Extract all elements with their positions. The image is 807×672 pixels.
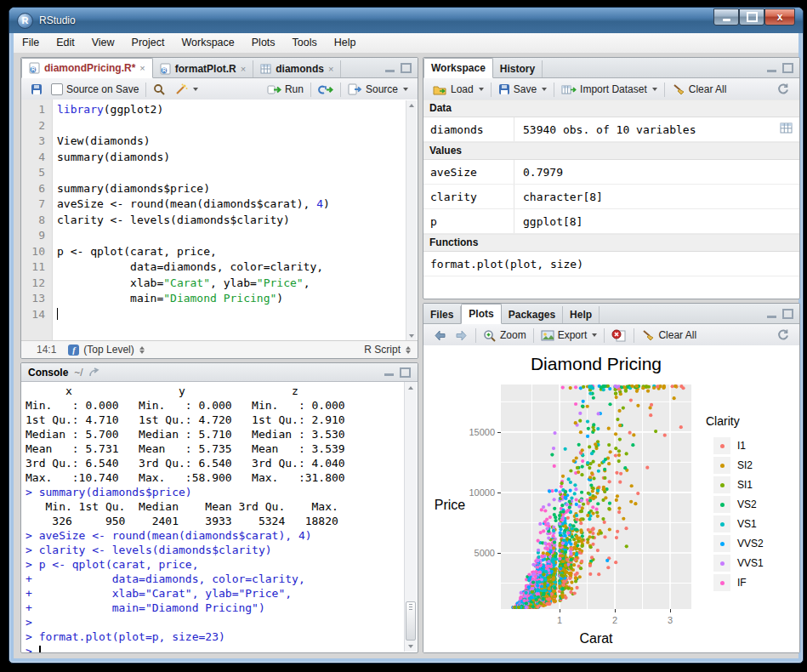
object-value: format.plot(plot, size) bbox=[423, 258, 583, 271]
scatter-points bbox=[501, 384, 691, 609]
clear-all-button[interactable]: Clear All bbox=[668, 82, 731, 97]
minimize-pane-icon[interactable] bbox=[767, 316, 776, 318]
maximize-pane-icon[interactable] bbox=[782, 309, 793, 319]
source-on-save-toggle[interactable]: Source on Save bbox=[47, 82, 143, 97]
pane-window-buttons bbox=[767, 309, 793, 319]
menu-tools[interactable]: Tools bbox=[284, 33, 326, 53]
legend-label: VVS1 bbox=[737, 557, 764, 569]
scope-selector[interactable]: (Top Level) bbox=[83, 344, 134, 356]
window-titlebar[interactable]: R RStudio x bbox=[9, 8, 803, 33]
doctype-updown-icon bbox=[406, 346, 411, 354]
zoom-plot-button[interactable]: Zoom bbox=[479, 327, 531, 344]
scroll-up-arrow[interactable] bbox=[405, 383, 417, 392]
load-workspace-button[interactable]: Load bbox=[429, 82, 488, 97]
minimize-button[interactable] bbox=[713, 9, 739, 26]
object-value: 0.7979 bbox=[514, 166, 563, 179]
save-workspace-button[interactable]: Save bbox=[494, 82, 551, 97]
code-tools-button[interactable] bbox=[170, 82, 202, 98]
tab-packages[interactable]: Packages bbox=[502, 306, 563, 323]
view-data-button[interactable] bbox=[780, 122, 793, 134]
legend-dot-icon bbox=[720, 503, 725, 507]
scroll-up-arrow[interactable] bbox=[406, 100, 417, 110]
menu-help[interactable]: Help bbox=[326, 33, 365, 53]
x-tick-label: 1 bbox=[551, 615, 568, 625]
workspace-object-row[interactable]: aveSize0.7979 bbox=[423, 160, 799, 185]
code-editor[interactable]: 1library(ggplot2)23View(diamonds)4summar… bbox=[21, 100, 418, 341]
console-pane: Console ~/ x y zMin. : 0.000 Min. : 0.00… bbox=[20, 362, 418, 653]
next-plot-button[interactable] bbox=[451, 328, 473, 343]
rerun-button[interactable] bbox=[314, 83, 338, 97]
toolbar-separator bbox=[340, 83, 341, 97]
run-button[interactable]: Run bbox=[263, 82, 308, 97]
refresh-button[interactable] bbox=[772, 81, 794, 98]
console-output-line: 326 950 2401 3933 5324 18820 bbox=[26, 514, 404, 528]
clear-all-plots-button[interactable]: Clear All bbox=[637, 327, 701, 343]
zoom-label: Zoom bbox=[500, 329, 526, 341]
previous-plot-button[interactable] bbox=[429, 328, 451, 343]
maximize-pane-icon[interactable] bbox=[401, 63, 412, 73]
legend-label: SI2 bbox=[737, 459, 753, 471]
minimize-pane-icon[interactable] bbox=[384, 373, 394, 376]
tab-help[interactable]: Help bbox=[563, 306, 600, 323]
console-input-line: + xlab="Carat", ylab="Price", bbox=[26, 586, 404, 601]
import-dataset-button[interactable]: Import Dataset bbox=[557, 82, 662, 97]
workspace-object-row[interactable]: format.plot(plot, size) bbox=[423, 252, 799, 276]
minimize-pane-icon[interactable] bbox=[385, 70, 395, 72]
refresh-plot-button[interactable] bbox=[772, 327, 794, 344]
legend-label: IF bbox=[737, 577, 747, 589]
tab-diamondpricing-r-[interactable]: RdiamondPricing.R*× bbox=[21, 58, 153, 78]
doc-type-selector[interactable]: R Script bbox=[364, 344, 401, 356]
scrollbar-thumb[interactable] bbox=[406, 601, 416, 641]
object-value: ggplot[8] bbox=[514, 215, 583, 228]
export-plot-button[interactable]: Export bbox=[537, 327, 602, 343]
menu-edit[interactable]: Edit bbox=[48, 33, 83, 53]
close-tab-icon[interactable]: × bbox=[139, 63, 145, 73]
menu-plots[interactable]: Plots bbox=[243, 33, 284, 53]
maximize-pane-icon[interactable] bbox=[400, 367, 411, 378]
tab-files[interactable]: Files bbox=[423, 306, 461, 323]
source-button[interactable]: Source bbox=[344, 82, 412, 97]
close-tab-icon[interactable]: × bbox=[328, 64, 333, 74]
console-scrollbar[interactable] bbox=[404, 382, 417, 652]
workspace-object-row[interactable]: pggplot[8] bbox=[423, 209, 799, 234]
legend-entry-si2: SI2 bbox=[713, 457, 753, 474]
tab-workspace[interactable]: Workspace bbox=[423, 58, 493, 78]
save-icon bbox=[498, 83, 510, 95]
x-tick-mark bbox=[615, 609, 616, 612]
find-replace-button[interactable] bbox=[149, 82, 170, 98]
line-number: 5 bbox=[21, 165, 52, 181]
maximize-icon bbox=[747, 12, 758, 22]
close-tab-icon[interactable]: × bbox=[241, 64, 246, 74]
console-output[interactable]: x y zMin. : 0.000 Min. : 0.000 Min. : 0.… bbox=[21, 382, 404, 652]
goto-directory-icon[interactable] bbox=[88, 367, 102, 378]
line-number: 7 bbox=[21, 196, 52, 213]
line-number: 2 bbox=[21, 118, 52, 134]
editor-scrollbar[interactable] bbox=[406, 100, 417, 340]
menu-file[interactable]: File bbox=[14, 33, 48, 53]
console-header: Console ~/ bbox=[21, 363, 418, 382]
legend-dot-icon bbox=[720, 483, 725, 487]
remove-plot-button[interactable] bbox=[607, 327, 631, 344]
tab-history[interactable]: History bbox=[493, 60, 543, 77]
save-button[interactable] bbox=[26, 82, 47, 97]
tab-plots[interactable]: Plots bbox=[461, 304, 501, 324]
workspace-object-row[interactable]: claritycharacter[8] bbox=[423, 185, 799, 209]
editor-line: 9 bbox=[21, 228, 418, 244]
menu-project[interactable]: Project bbox=[123, 33, 173, 53]
menu-workspace[interactable]: Workspace bbox=[173, 33, 242, 53]
scroll-down-arrow[interactable] bbox=[405, 641, 417, 651]
scroll-down-arrow[interactable] bbox=[406, 331, 417, 340]
maximize-pane-icon[interactable] bbox=[782, 63, 793, 73]
close-button[interactable]: x bbox=[764, 9, 795, 26]
workspace-object-row[interactable]: diamonds53940 obs. of 10 variables bbox=[423, 117, 799, 142]
tab-diamonds[interactable]: diamonds× bbox=[253, 60, 341, 77]
console-input-line: > bbox=[26, 615, 404, 629]
tab-formatplot-r[interactable]: RformatPlot.R× bbox=[153, 60, 253, 77]
source-on-save-checkbox[interactable] bbox=[51, 83, 63, 95]
minimize-pane-icon[interactable] bbox=[767, 70, 776, 72]
legend-label: SI1 bbox=[737, 479, 753, 491]
rerun-icon bbox=[318, 84, 333, 95]
menu-view[interactable]: View bbox=[83, 33, 123, 53]
r-file-icon: R bbox=[29, 62, 40, 74]
maximize-button[interactable] bbox=[739, 9, 764, 26]
